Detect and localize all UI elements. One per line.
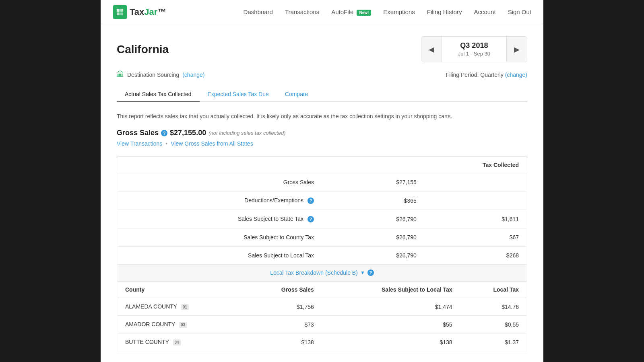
county-name: ALAMEDA COUNTY 01 <box>117 298 244 316</box>
row-amount: $26,790 <box>322 210 425 228</box>
filing-period-change-link[interactable]: (change) <box>505 72 527 78</box>
report-info-text: This report reflects sales tax that you … <box>117 112 527 121</box>
gross-sales-info-icon[interactable]: ? <box>161 130 167 136</box>
county-local-tax: $0.55 <box>460 316 527 333</box>
tabs: Actual Sales Tax Collected Expected Sale… <box>117 87 527 102</box>
gross-sales-amount: $27,155.00 <box>170 129 206 137</box>
breakdown-info-icon[interactable]: ? <box>367 269 374 276</box>
filing-period-info: Filing Period: Quarterly (change) <box>446 72 527 78</box>
breakdown-label: Local Tax Breakdown (Schedule B) <box>270 269 358 276</box>
row-amount: $365 <box>322 191 425 210</box>
row-label: Sales Subject to County Tax <box>117 228 322 247</box>
navbar: TaxJar™ Dashboard Transactions AutoFile … <box>101 0 543 24</box>
county-local-tax: $14.76 <box>460 298 527 316</box>
logo-icon <box>113 5 127 19</box>
table-row: Gross Sales $27,155 <box>117 173 527 191</box>
row-amount: $26,790 <box>322 247 425 265</box>
sales-tax-table: Tax Collected Gross Sales $27,155 Deduct… <box>117 156 527 281</box>
sourcing-info: 🏛 Destination Sourcing (change) <box>117 70 204 79</box>
state-tax-info-icon[interactable]: ? <box>308 216 314 222</box>
period-display: Q3 2018 Jul 1 - Sep 30 <box>442 37 507 62</box>
row-amount: $26,790 <box>322 228 425 247</box>
county-code: 03 <box>179 322 187 328</box>
app-container: TaxJar™ Dashboard Transactions AutoFile … <box>101 0 543 362</box>
county-subject: $138 <box>322 333 460 351</box>
table-row: Sales Subject to County Tax $26,790 $67 <box>117 228 527 247</box>
table-row: Sales Subject to Local Tax $26,790 $268 <box>117 247 527 265</box>
tab-expected[interactable]: Expected Sales Tax Due <box>200 87 277 102</box>
col-header-amount <box>322 157 425 173</box>
deductions-info-icon[interactable]: ? <box>308 197 314 204</box>
nav-transactions[interactable]: Transactions <box>285 8 319 15</box>
county-gross-sales: $73 <box>244 316 322 333</box>
period-next-button[interactable]: ▶ <box>507 37 527 62</box>
row-label: Sales Subject to Local Tax <box>117 247 322 265</box>
svg-rect-0 <box>117 9 120 12</box>
sourcing-label: Destination Sourcing <box>127 72 179 78</box>
dot-separator: • <box>165 140 167 147</box>
county-name: BUTTE COUNTY 04 <box>117 333 244 351</box>
col-header-label <box>117 157 322 173</box>
tab-actual[interactable]: Actual Sales Tax Collected <box>117 87 200 102</box>
sourcing-row: 🏛 Destination Sourcing (change) Filing P… <box>117 70 527 79</box>
col-subject-local: Sales Subject to Local Tax <box>322 282 460 298</box>
logo-text: TaxJar™ <box>130 7 166 17</box>
view-gross-sales-link[interactable]: View Gross Sales from All States <box>171 140 253 147</box>
county-code: 01 <box>181 304 189 310</box>
table-row: Sales Subject to State Tax ? $26,790 $1,… <box>117 210 527 228</box>
county-table: County Gross Sales Sales Subject to Loca… <box>117 281 527 351</box>
col-gross-sales: Gross Sales <box>244 282 322 298</box>
nav-signout[interactable]: Sign Out <box>508 8 531 15</box>
header-row: California ◀ Q3 2018 Jul 1 - Sep 30 ▶ <box>117 36 527 62</box>
gross-sales-label: Gross Sales <box>117 129 159 137</box>
period-dates: Jul 1 - Sep 30 <box>458 51 490 57</box>
county-subject: $55 <box>322 316 460 333</box>
view-links: View Transactions • View Gross Sales fro… <box>117 140 527 147</box>
col-county: County <box>117 282 244 298</box>
sourcing-change-link[interactable]: (change) <box>182 72 204 78</box>
nav-account[interactable]: Account <box>474 8 495 15</box>
svg-rect-2 <box>117 12 120 15</box>
nav-links: Dashboard Transactions AutoFile New! Exe… <box>244 8 531 16</box>
row-collected <box>425 191 527 210</box>
county-row: AMADOR COUNTY 03 $73 $55 $0.55 <box>117 316 527 333</box>
svg-rect-3 <box>120 12 123 15</box>
breakdown-row: Local Tax Breakdown (Schedule B) ▼ ? <box>117 265 527 281</box>
col-header-tax-collected: Tax Collected <box>425 157 527 173</box>
gross-sales-row: Gross Sales ? $27,155.00 (not including … <box>117 129 527 137</box>
row-collected <box>425 173 527 191</box>
period-navigator: ◀ Q3 2018 Jul 1 - Sep 30 ▶ <box>421 36 527 62</box>
row-amount: $27,155 <box>322 173 425 191</box>
county-gross-sales: $1,756 <box>244 298 322 316</box>
row-collected: $1,611 <box>425 210 527 228</box>
county-subject: $1,474 <box>322 298 460 316</box>
tab-compare[interactable]: Compare <box>277 87 316 102</box>
county-local-tax: $1.37 <box>460 333 527 351</box>
period-prev-button[interactable]: ◀ <box>421 37 442 62</box>
nav-exemptions[interactable]: Exemptions <box>383 8 415 15</box>
nav-filing-history[interactable]: Filing History <box>427 8 462 15</box>
breakdown-toggle[interactable]: Local Tax Breakdown (Schedule B) ▼ ? <box>270 269 374 276</box>
page-title: California <box>117 43 169 56</box>
row-collected: $268 <box>425 247 527 265</box>
county-row: BUTTE COUNTY 04 $138 $138 $1.37 <box>117 333 527 351</box>
autofile-badge: New! <box>357 10 371 16</box>
col-local-tax: Local Tax <box>460 282 527 298</box>
nav-autofile[interactable]: AutoFile New! <box>331 8 371 15</box>
county-row: ALAMEDA COUNTY 01 $1,756 $1,474 $14.76 <box>117 298 527 316</box>
breakdown-toggle-cell: Local Tax Breakdown (Schedule B) ▼ ? <box>117 265 527 281</box>
row-collected: $67 <box>425 228 527 247</box>
view-transactions-link[interactable]: View Transactions <box>117 140 162 147</box>
table-row: Deductions/Exemptions ? $365 <box>117 191 527 210</box>
chevron-down-icon: ▼ <box>360 270 365 276</box>
county-code: 04 <box>173 339 181 346</box>
row-label: Gross Sales <box>117 173 322 191</box>
gross-sales-note: (not including sales tax collected) <box>208 130 286 136</box>
nav-dashboard[interactable]: Dashboard <box>244 8 273 15</box>
county-name: AMADOR COUNTY 03 <box>117 316 244 333</box>
sourcing-icon: 🏛 <box>117 70 124 79</box>
period-label: Q3 2018 <box>458 41 490 50</box>
row-label: Deductions/Exemptions ? <box>117 191 322 210</box>
row-label: Sales Subject to State Tax ? <box>117 210 322 228</box>
county-gross-sales: $138 <box>244 333 322 351</box>
